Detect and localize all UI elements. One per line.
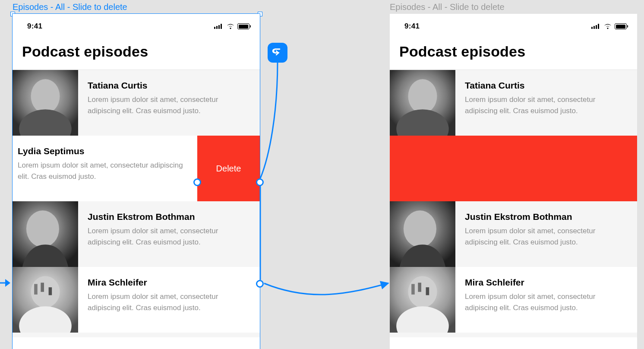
figma-canvas[interactable]: Episodes - All - Slide to delete Episode… [0,0,644,349]
frame-label-selected[interactable]: Episodes - All - Slide to delete [13,2,127,12]
episode-row[interactable]: Tatiana Curtis Lorem ipsum dolor sit ame… [13,70,260,136]
episode-row[interactable] [13,333,260,337]
episode-description: Lorem ipsum dolor sit amet, consectetur … [465,225,628,248]
episode-author: Lydia Septimus [18,146,189,156]
episode-row[interactable]: Justin Ekstrom Bothman Lorem ipsum dolor… [13,201,260,267]
avatar [13,201,78,267]
episode-description: Lorem ipsum dolor sit amet, consectetur … [88,291,250,314]
svg-point-16 [404,210,436,247]
svg-rect-19 [411,284,415,295]
episode-description: Lorem ipsum dolor sit amet, consectetur … [465,291,628,314]
episode-description: Lorem ipsum dolor sit amet, consectetur … [465,94,628,117]
frame-episodes-all-slide-to-delete[interactable]: 9:41 Podcast episodes Tatiana Curtis Lor… [390,14,637,349]
svg-rect-20 [418,282,421,292]
frame-label[interactable]: Episodes - All - Slide to delete [390,2,505,12]
battery-icon [237,23,249,29]
svg-point-13 [408,79,437,113]
avatar [390,70,455,136]
episode-description: Lorem ipsum dolor sit amet, consectetur … [18,160,189,182]
ios-status-bar: 9:41 [13,14,260,39]
svg-point-1 [31,79,60,113]
smart-animate-badge[interactable] [268,43,287,63]
prototype-hotspot-left[interactable] [193,178,201,186]
episode-description: Lorem ipsum dolor sit amet, consectetur … [88,94,250,117]
prototype-hotspot-bottom[interactable] [256,280,264,288]
episode-row-swiped[interactable]: Lydia Septimus Lorem ipsum dolor sit ame… [13,136,260,201]
episode-row[interactable]: Justin Ekstrom Bothman Lorem ipsum dolor… [390,201,637,267]
episode-author: Justin Ekstrom Bothman [465,212,628,222]
wifi-icon [226,23,235,29]
episode-author: Justin Ekstrom Bothman [88,212,250,222]
page-title: Podcast episodes [13,39,260,70]
avatar [390,201,455,267]
episode-row[interactable]: Mira Schleifer Lorem ipsum dolor sit ame… [390,267,637,333]
svg-rect-8 [34,284,38,295]
cellular-icon [214,24,224,29]
prototype-hotspot-right[interactable] [256,178,264,186]
avatar [390,267,455,333]
cellular-icon [591,24,601,29]
episode-row[interactable] [390,333,637,337]
status-icons [214,23,249,29]
episode-description: Lorem ipsum dolor sit amet, consectetur … [88,225,250,248]
page-title: Podcast episodes [390,39,637,70]
status-icons [591,23,627,29]
episode-author: Tatiana Curtis [88,80,250,91]
svg-rect-21 [426,287,429,295]
svg-rect-9 [41,282,44,292]
episode-author: Tatiana Curtis [465,80,628,91]
svg-point-5 [26,210,59,247]
wifi-icon [603,23,612,29]
episode-row[interactable]: Mira Schleifer Lorem ipsum dolor sit ame… [13,267,260,333]
avatar [13,267,78,333]
delete-button[interactable]: Delete [197,136,260,201]
status-time: 9:41 [404,22,420,31]
ios-status-bar: 9:41 [390,14,637,39]
smart-animate-icon [272,48,283,57]
status-time: 9:41 [27,22,42,31]
prototype-incoming-arrow-icon [0,278,11,288]
episode-author: Mira Schleifer [88,277,250,288]
episode-author: Mira Schleifer [465,277,628,288]
frame-episodes-all-slide-to-delete-selected[interactable]: 9:41 Podcast episodes Tatiana Curtis Lor… [13,14,260,349]
battery-icon [615,23,627,29]
avatar [13,70,78,136]
delete-confirm-row[interactable] [390,136,637,201]
svg-rect-10 [49,287,52,295]
episode-row[interactable]: Tatiana Curtis Lorem ipsum dolor sit ame… [390,70,637,136]
